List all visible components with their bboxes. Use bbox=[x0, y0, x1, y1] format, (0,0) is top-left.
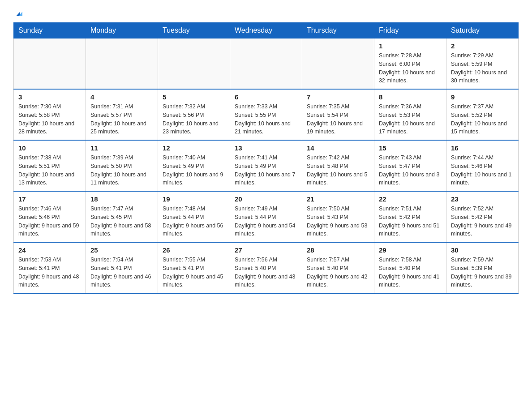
day-info: Sunrise: 7:32 AM Sunset: 5:56 PM Dayligh… bbox=[163, 103, 225, 136]
calendar-cell: 16Sunrise: 7:44 AM Sunset: 5:46 PM Dayli… bbox=[446, 140, 518, 191]
day-info: Sunrise: 7:50 AM Sunset: 5:43 PM Dayligh… bbox=[307, 205, 369, 238]
logo-arrow-icon bbox=[14, 8, 24, 18]
calendar-cell: 29Sunrise: 7:58 AM Sunset: 5:40 PM Dayli… bbox=[374, 242, 446, 293]
column-header-thursday: Thursday bbox=[302, 23, 374, 39]
day-info: Sunrise: 7:29 AM Sunset: 5:59 PM Dayligh… bbox=[451, 51, 514, 85]
column-header-monday: Monday bbox=[86, 23, 158, 39]
day-info: Sunrise: 7:44 AM Sunset: 5:46 PM Dayligh… bbox=[451, 154, 514, 187]
column-header-tuesday: Tuesday bbox=[158, 23, 230, 39]
calendar-cell: 19Sunrise: 7:48 AM Sunset: 5:44 PM Dayli… bbox=[158, 191, 230, 242]
day-info: Sunrise: 7:43 AM Sunset: 5:47 PM Dayligh… bbox=[379, 154, 442, 187]
calendar-cell: 23Sunrise: 7:52 AM Sunset: 5:42 PM Dayli… bbox=[446, 191, 518, 242]
day-number: 23 bbox=[451, 195, 514, 203]
calendar-cell: 9Sunrise: 7:37 AM Sunset: 5:52 PM Daylig… bbox=[446, 89, 518, 140]
day-info: Sunrise: 7:40 AM Sunset: 5:49 PM Dayligh… bbox=[163, 154, 225, 187]
calendar-week-row: 10Sunrise: 7:38 AM Sunset: 5:51 PM Dayli… bbox=[14, 140, 519, 191]
day-info: Sunrise: 7:31 AM Sunset: 5:57 PM Dayligh… bbox=[90, 103, 153, 136]
day-number: 1 bbox=[379, 42, 442, 50]
day-number: 13 bbox=[235, 144, 297, 152]
calendar-cell: 8Sunrise: 7:36 AM Sunset: 5:53 PM Daylig… bbox=[374, 89, 446, 140]
calendar-week-row: 17Sunrise: 7:46 AM Sunset: 5:46 PM Dayli… bbox=[14, 191, 519, 242]
calendar-cell bbox=[86, 39, 158, 90]
day-number: 25 bbox=[90, 246, 153, 254]
calendar-week-row: 3Sunrise: 7:30 AM Sunset: 5:58 PM Daylig… bbox=[14, 89, 519, 140]
day-info: Sunrise: 7:54 AM Sunset: 5:41 PM Dayligh… bbox=[90, 256, 153, 289]
calendar-cell: 25Sunrise: 7:54 AM Sunset: 5:41 PM Dayli… bbox=[86, 242, 158, 293]
day-info: Sunrise: 7:58 AM Sunset: 5:40 PM Dayligh… bbox=[379, 256, 442, 289]
calendar-cell: 14Sunrise: 7:42 AM Sunset: 5:48 PM Dayli… bbox=[302, 140, 374, 191]
calendar-cell: 5Sunrise: 7:32 AM Sunset: 5:56 PM Daylig… bbox=[158, 89, 230, 140]
calendar-cell: 22Sunrise: 7:51 AM Sunset: 5:42 PM Dayli… bbox=[374, 191, 446, 242]
calendar-table: SundayMondayTuesdayWednesdayThursdayFrid… bbox=[13, 22, 519, 294]
day-number: 14 bbox=[307, 144, 369, 152]
calendar-cell bbox=[302, 39, 374, 90]
day-info: Sunrise: 7:41 AM Sunset: 5:49 PM Dayligh… bbox=[235, 154, 297, 187]
day-number: 28 bbox=[307, 246, 369, 254]
calendar-cell: 21Sunrise: 7:50 AM Sunset: 5:43 PM Dayli… bbox=[302, 191, 374, 242]
day-number: 17 bbox=[18, 195, 81, 203]
day-info: Sunrise: 7:42 AM Sunset: 5:48 PM Dayligh… bbox=[307, 154, 369, 187]
day-number: 4 bbox=[90, 93, 153, 101]
calendar-cell: 3Sunrise: 7:30 AM Sunset: 5:58 PM Daylig… bbox=[14, 89, 86, 140]
day-info: Sunrise: 7:57 AM Sunset: 5:40 PM Dayligh… bbox=[307, 256, 369, 289]
calendar-cell bbox=[230, 39, 302, 90]
day-info: Sunrise: 7:30 AM Sunset: 5:58 PM Dayligh… bbox=[18, 103, 81, 136]
day-number: 11 bbox=[90, 144, 153, 152]
day-number: 16 bbox=[451, 144, 514, 152]
day-number: 18 bbox=[90, 195, 153, 203]
calendar-cell: 11Sunrise: 7:39 AM Sunset: 5:50 PM Dayli… bbox=[86, 140, 158, 191]
calendar-cell: 20Sunrise: 7:49 AM Sunset: 5:44 PM Dayli… bbox=[230, 191, 302, 242]
calendar-cell: 4Sunrise: 7:31 AM Sunset: 5:57 PM Daylig… bbox=[86, 89, 158, 140]
day-number: 7 bbox=[307, 93, 369, 101]
calendar-header-row: SundayMondayTuesdayWednesdayThursdayFrid… bbox=[14, 23, 519, 39]
day-number: 29 bbox=[379, 246, 442, 254]
calendar-cell: 6Sunrise: 7:33 AM Sunset: 5:55 PM Daylig… bbox=[230, 89, 302, 140]
day-number: 6 bbox=[235, 93, 297, 101]
day-number: 22 bbox=[379, 195, 442, 203]
day-info: Sunrise: 7:56 AM Sunset: 5:40 PM Dayligh… bbox=[235, 256, 297, 289]
day-number: 2 bbox=[451, 42, 514, 50]
calendar-cell: 12Sunrise: 7:40 AM Sunset: 5:49 PM Dayli… bbox=[158, 140, 230, 191]
day-info: Sunrise: 7:37 AM Sunset: 5:52 PM Dayligh… bbox=[451, 103, 514, 136]
column-header-wednesday: Wednesday bbox=[230, 23, 302, 39]
calendar-cell: 13Sunrise: 7:41 AM Sunset: 5:49 PM Dayli… bbox=[230, 140, 302, 191]
calendar-cell: 10Sunrise: 7:38 AM Sunset: 5:51 PM Dayli… bbox=[14, 140, 86, 191]
day-number: 8 bbox=[379, 93, 442, 101]
day-number: 12 bbox=[163, 144, 225, 152]
day-info: Sunrise: 7:33 AM Sunset: 5:55 PM Dayligh… bbox=[235, 103, 297, 136]
day-info: Sunrise: 7:38 AM Sunset: 5:51 PM Dayligh… bbox=[18, 154, 81, 187]
day-info: Sunrise: 7:51 AM Sunset: 5:42 PM Dayligh… bbox=[379, 205, 442, 238]
calendar-cell: 28Sunrise: 7:57 AM Sunset: 5:40 PM Dayli… bbox=[302, 242, 374, 293]
calendar-cell: 26Sunrise: 7:55 AM Sunset: 5:41 PM Dayli… bbox=[158, 242, 230, 293]
calendar-cell: 18Sunrise: 7:47 AM Sunset: 5:45 PM Dayli… bbox=[86, 191, 158, 242]
day-info: Sunrise: 7:36 AM Sunset: 5:53 PM Dayligh… bbox=[379, 103, 442, 136]
column-header-sunday: Sunday bbox=[14, 23, 86, 39]
day-number: 21 bbox=[307, 195, 369, 203]
day-info: Sunrise: 7:53 AM Sunset: 5:41 PM Dayligh… bbox=[18, 256, 81, 289]
day-info: Sunrise: 7:47 AM Sunset: 5:45 PM Dayligh… bbox=[90, 205, 153, 238]
column-header-saturday: Saturday bbox=[446, 23, 518, 39]
day-info: Sunrise: 7:59 AM Sunset: 5:39 PM Dayligh… bbox=[451, 256, 514, 289]
day-info: Sunrise: 7:46 AM Sunset: 5:46 PM Dayligh… bbox=[18, 205, 81, 238]
calendar-cell: 27Sunrise: 7:56 AM Sunset: 5:40 PM Dayli… bbox=[230, 242, 302, 293]
day-number: 5 bbox=[163, 93, 225, 101]
day-info: Sunrise: 7:39 AM Sunset: 5:50 PM Dayligh… bbox=[90, 154, 153, 187]
day-number: 24 bbox=[18, 246, 81, 254]
day-info: Sunrise: 7:52 AM Sunset: 5:42 PM Dayligh… bbox=[451, 205, 514, 238]
day-number: 9 bbox=[451, 93, 514, 101]
calendar-cell: 1Sunrise: 7:28 AM Sunset: 6:00 PM Daylig… bbox=[374, 39, 446, 90]
day-number: 20 bbox=[235, 195, 297, 203]
calendar-cell: 2Sunrise: 7:29 AM Sunset: 5:59 PM Daylig… bbox=[446, 39, 518, 90]
column-header-friday: Friday bbox=[374, 23, 446, 39]
calendar-cell bbox=[14, 39, 86, 90]
calendar-cell: 17Sunrise: 7:46 AM Sunset: 5:46 PM Dayli… bbox=[14, 191, 86, 242]
calendar-cell: 15Sunrise: 7:43 AM Sunset: 5:47 PM Dayli… bbox=[374, 140, 446, 191]
day-number: 19 bbox=[163, 195, 225, 203]
calendar-week-row: 1Sunrise: 7:28 AM Sunset: 6:00 PM Daylig… bbox=[14, 39, 519, 90]
day-number: 15 bbox=[379, 144, 442, 152]
day-info: Sunrise: 7:35 AM Sunset: 5:54 PM Dayligh… bbox=[307, 103, 369, 136]
day-number: 27 bbox=[235, 246, 297, 254]
day-info: Sunrise: 7:48 AM Sunset: 5:44 PM Dayligh… bbox=[163, 205, 225, 238]
logo bbox=[13, 9, 24, 18]
day-info: Sunrise: 7:28 AM Sunset: 6:00 PM Dayligh… bbox=[379, 51, 442, 85]
